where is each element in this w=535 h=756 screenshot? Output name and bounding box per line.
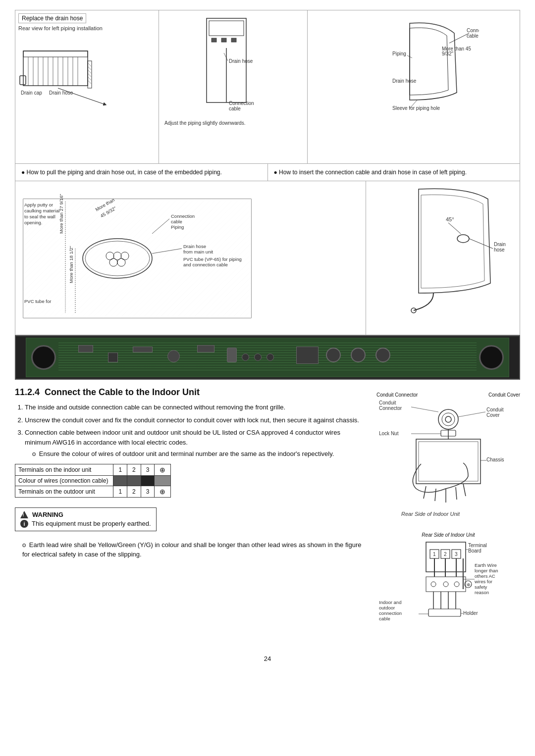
svg-text:to seal the wall: to seal the wall bbox=[24, 214, 55, 219]
diagram-cell-left: Replace the drain hose Rear view for lef… bbox=[15, 10, 159, 163]
table-row-2: Colour of wires (connection cable) bbox=[15, 475, 171, 486]
svg-text:PVC tube for: PVC tube for bbox=[24, 299, 51, 304]
svg-line-19 bbox=[88, 67, 91, 70]
svg-text:⊕: ⊕ bbox=[467, 582, 471, 587]
color-3 bbox=[141, 475, 155, 486]
svg-rect-121 bbox=[426, 577, 466, 592]
main-content: 11.2.4 Connect the Cable to the Indoor U… bbox=[15, 380, 520, 640]
svg-text:Drain: Drain bbox=[494, 242, 506, 247]
svg-text:Connection: Connection bbox=[171, 213, 195, 219]
svg-line-20 bbox=[88, 70, 91, 73]
sub-steps-list: Ensure the colour of wires of outdoor un… bbox=[25, 449, 362, 459]
warning-info-icon: i bbox=[20, 520, 28, 528]
extra-bullet-item: Earth lead wire shall be Yellow/Green (Y… bbox=[22, 540, 362, 559]
svg-text:Rear Side of Indoor Unit: Rear Side of Indoor Unit bbox=[401, 511, 460, 517]
svg-text:More than 27 9/16": More than 27 9/16" bbox=[58, 194, 64, 234]
conduit-diagram-svg: Conduit Cover Conduit Connector Lock Nut… bbox=[376, 390, 520, 528]
svg-text:2: 2 bbox=[444, 552, 447, 557]
table-row-1: Terminals on the indoor unit 1 2 3 ⊕ bbox=[15, 464, 171, 475]
section-heading: 11.2.4 Connect the Cable to the Indoor U… bbox=[15, 387, 362, 398]
section-title: Connect the Cable to the Indoor Unit bbox=[45, 387, 200, 397]
terminals-table-area: Terminals on the indoor unit 1 2 3 ⊕ Col… bbox=[15, 464, 362, 498]
pcb-circle-right bbox=[479, 345, 504, 370]
pcb-traces bbox=[58, 343, 476, 372]
col2-indoor: 2 bbox=[127, 464, 141, 475]
drain-hose-center-diagram: Connection cable Drain hose Adjust the p… bbox=[162, 13, 301, 147]
step-1: The inside and outside connection cable … bbox=[25, 403, 362, 412]
col3-indoor: 3 bbox=[141, 464, 155, 475]
svg-text:safety: safety bbox=[475, 584, 487, 590]
svg-point-122 bbox=[431, 582, 436, 587]
color-1 bbox=[113, 475, 127, 486]
replace-hose-label: Replace the drain hose bbox=[18, 13, 86, 23]
col3-outdoor: 3 bbox=[141, 486, 155, 497]
svg-text:opening.: opening. bbox=[24, 220, 42, 225]
diagram-cell-lower-left: Apply putty or caulking material to seal… bbox=[15, 181, 366, 335]
svg-text:Board: Board bbox=[468, 548, 482, 554]
svg-rect-138 bbox=[428, 609, 461, 616]
conduit-diagram-area: Conduit Cover Conduit Connector Lock Nut… bbox=[376, 390, 520, 530]
rear-side-label: Rear Side of Indoor Unit bbox=[376, 532, 520, 538]
svg-rect-13 bbox=[20, 76, 26, 85]
svg-text:connection: connection bbox=[379, 610, 402, 616]
svg-text:longer than: longer than bbox=[475, 568, 498, 573]
pcb-strip bbox=[15, 335, 520, 380]
bullet-cell-right: ● How to insert the connection cable and… bbox=[268, 164, 520, 181]
page: Replace the drain hose Rear view for lef… bbox=[0, 0, 535, 756]
svg-rect-84 bbox=[419, 442, 478, 481]
warning-label: WARNING bbox=[32, 511, 63, 518]
conduit-connector-label: Conduit Connector bbox=[376, 392, 418, 398]
connection-cable-diagram: Connection cable Piping More than 45 9/3… bbox=[311, 13, 479, 147]
svg-text:from main unit: from main unit bbox=[183, 249, 214, 254]
svg-text:cable: cable bbox=[467, 33, 479, 39]
svg-line-92 bbox=[411, 407, 438, 412]
step-2: Unscrew the conduit cover and fix the co… bbox=[25, 415, 362, 425]
svg-text:Drain cap: Drain cap bbox=[21, 90, 42, 96]
bullet-row: ● How to pull the piping and drain hose … bbox=[15, 164, 520, 181]
svg-text:cable: cable bbox=[379, 616, 390, 621]
col1-outdoor: 1 bbox=[113, 486, 127, 497]
svg-point-123 bbox=[443, 582, 448, 587]
svg-rect-25 bbox=[209, 21, 244, 36]
svg-text:Drain hose: Drain hose bbox=[392, 78, 417, 84]
col2-outdoor: 2 bbox=[127, 486, 141, 497]
svg-text:Connection: Connection bbox=[467, 28, 479, 33]
svg-line-104 bbox=[456, 487, 457, 500]
diagram-cell-lower-right: 45° Drain hose bbox=[366, 181, 520, 335]
svg-text:Piping: Piping bbox=[171, 224, 184, 230]
svg-text:cable: cable bbox=[229, 106, 241, 111]
svg-text:Conduit: Conduit bbox=[379, 400, 396, 405]
svg-text:Adjust the piping slightly dow: Adjust the piping slightly downwards. bbox=[164, 120, 245, 126]
extra-bullets-list: Earth lead wire shall be Yellow/Green (Y… bbox=[15, 540, 362, 559]
diagram-cell-right: Connection cable Piping More than 45 9/3… bbox=[308, 10, 520, 163]
bullet-left-text: How to pull the piping and drain hose ou… bbox=[27, 169, 222, 176]
svg-text:outdoor: outdoor bbox=[379, 605, 395, 610]
svg-text:Holder: Holder bbox=[463, 610, 478, 616]
svg-text:reason: reason bbox=[475, 590, 489, 595]
svg-text:Drain hose: Drain hose bbox=[49, 90, 73, 96]
svg-text:Indoor and: Indoor and bbox=[379, 600, 401, 605]
lower-diagram-row: Apply putty or caulking material to seal… bbox=[15, 181, 520, 335]
svg-text:cable: cable bbox=[171, 219, 182, 224]
svg-line-89 bbox=[458, 412, 485, 417]
svg-rect-28 bbox=[231, 38, 236, 42]
pcb-board bbox=[26, 338, 509, 377]
step-3: Connection cable between indoor unit and… bbox=[25, 428, 362, 459]
section-number: 11.2.4 bbox=[15, 387, 40, 397]
svg-text:More than 18 1/2": More than 18 1/2" bbox=[68, 246, 74, 283]
svg-line-18 bbox=[88, 63, 91, 66]
svg-text:Chassis: Chassis bbox=[486, 457, 504, 462]
svg-line-77 bbox=[448, 223, 461, 234]
svg-text:PVC tube (VP-65) for piping: PVC tube (VP-65) for piping bbox=[183, 256, 242, 262]
svg-text:3: 3 bbox=[455, 552, 458, 557]
svg-text:Drain hose: Drain hose bbox=[229, 58, 253, 64]
svg-text:wires for: wires for bbox=[474, 579, 492, 584]
rear-view-label: Rear view for left piping installation bbox=[18, 25, 156, 31]
warning-title: ! WARNING bbox=[20, 511, 151, 518]
svg-text:Terminal: Terminal bbox=[468, 543, 487, 548]
color-4 bbox=[155, 475, 171, 486]
svg-text:Apply putty or: Apply putty or bbox=[24, 202, 53, 207]
svg-text:Drain hose: Drain hose bbox=[183, 244, 206, 249]
svg-point-124 bbox=[454, 582, 459, 587]
svg-line-22 bbox=[88, 77, 91, 80]
